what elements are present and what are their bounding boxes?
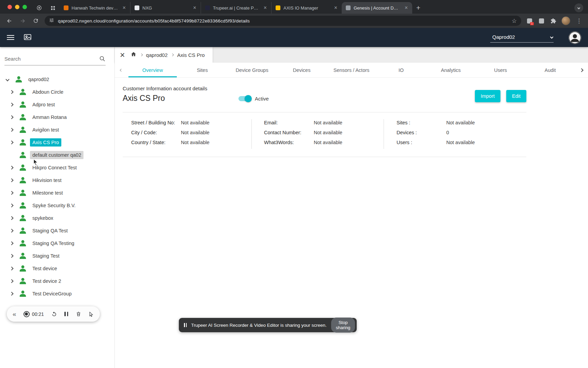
tab-sensors-actors[interactable]: Sensors / Actors [327, 63, 376, 77]
chevron-right-icon[interactable] [10, 191, 13, 195]
tree-item-spykebox[interactable]: spykebox [0, 212, 114, 224]
tab-io[interactable]: IO [376, 63, 426, 77]
address-bar[interactable]: qaprod02.nxgen.cloud/configuration/accou… [45, 16, 521, 26]
record-indicator-icon[interactable] [24, 311, 30, 317]
tree-item-default-customer-qa02[interactable]: default customer qa02 [0, 149, 114, 161]
window-close-button[interactable] [7, 5, 12, 9]
reload-button[interactable] [31, 16, 40, 25]
pinned-tab-grid-icon[interactable] [46, 2, 60, 14]
tree-item-staging-qa-test[interactable]: Staging QA Test [0, 224, 114, 237]
chevron-left-icon [120, 68, 123, 71]
search-input[interactable] [4, 56, 96, 62]
chevron-right-icon[interactable] [10, 178, 13, 182]
back-button[interactable] [5, 16, 14, 25]
app-logo-icon[interactable] [23, 33, 32, 42]
tab-close-icon[interactable]: × [403, 5, 409, 11]
chevron-right-icon[interactable] [10, 241, 13, 245]
tree-item-amman-rotana[interactable]: Amman Rotana [0, 111, 114, 123]
tree-item-staging-qa-testing[interactable]: Staging QA Testing [0, 237, 114, 249]
tab-overview[interactable]: Overview [128, 63, 177, 77]
chevron-right-icon[interactable] [10, 166, 13, 169]
site-settings-icon[interactable] [49, 18, 54, 24]
tab-analytics[interactable]: Analytics [426, 63, 476, 77]
account-selector[interactable]: Qaprod02 [490, 33, 554, 43]
tab-overflow-button[interactable] [574, 3, 583, 12]
active-toggle[interactable]: Active [238, 96, 269, 102]
extension-icon-badged[interactable]: 1 [526, 17, 533, 25]
bookmark-star-icon[interactable]: ☆ [512, 17, 517, 25]
extension-badge: 1 [530, 22, 534, 25]
forward-button[interactable] [18, 16, 27, 25]
search-field[interactable] [4, 55, 106, 65]
new-tab-button[interactable]: + [412, 2, 424, 14]
menu-icon[interactable] [7, 35, 14, 40]
home-icon[interactable] [130, 51, 137, 59]
tab-close-icon[interactable]: × [121, 5, 127, 11]
pinned-tab-record-icon[interactable] [32, 2, 46, 14]
user-avatar[interactable] [569, 31, 581, 44]
tree-item-qaprod02[interactable]: qaprod02 [0, 73, 114, 86]
tab-close-icon[interactable]: × [333, 5, 339, 11]
tree-item-staging-test[interactable]: Staging Test [0, 249, 114, 262]
browser-tab-trupeer-ai-create-product-v[interactable]: Trupeer.ai | Create Product V× [201, 2, 271, 14]
chevron-right-icon[interactable] [10, 292, 13, 295]
chevron-right-icon[interactable] [10, 90, 13, 94]
tab-close-icon[interactable]: × [262, 5, 268, 11]
extensions-puzzle-icon[interactable] [550, 17, 557, 25]
tree-item-abdoun-circle[interactable]: Abdoun Circle [0, 86, 114, 98]
chevron-right-icon[interactable] [10, 140, 13, 144]
window-zoom-button[interactable] [22, 5, 27, 9]
restart-recording-icon[interactable] [51, 311, 57, 317]
breadcrumb-item-account[interactable]: qaprod02 [146, 52, 168, 58]
browser-tab-nxg[interactable]: NXG× [130, 2, 201, 14]
browser-menu-icon[interactable]: ⋮ [575, 17, 583, 25]
chevron-right-icon[interactable] [10, 266, 13, 270]
chevron-right-icon[interactable] [10, 103, 13, 106]
chevron-right-icon[interactable] [10, 203, 13, 207]
browser-profile-avatar[interactable] [561, 16, 570, 25]
tab-close-icon[interactable]: × [192, 5, 198, 11]
hide-banner-link[interactable]: Hide [361, 323, 370, 328]
close-panel-button[interactable]: × [120, 51, 125, 59]
chevron-right-icon[interactable] [10, 279, 13, 283]
tree-item-test-device[interactable]: Test device [0, 262, 114, 275]
edit-button[interactable]: Edit [506, 90, 526, 102]
tree-item-axis-cs-pro[interactable]: Axis CS Pro [0, 136, 114, 149]
collapse-recorder-button[interactable]: « [13, 311, 16, 317]
tree-item-hikvision-test[interactable]: Hikvision test [0, 174, 114, 186]
delete-recording-icon[interactable] [76, 311, 81, 317]
tree-item-spyke-security-b-v[interactable]: Spyke Security B.V. [0, 199, 114, 212]
chevron-down-icon[interactable] [5, 77, 9, 81]
browser-tab-hanwah-techwin-device-api[interactable]: Hanwah Techwin device API× [60, 2, 130, 14]
pause-recording-icon[interactable] [64, 312, 68, 316]
field-row-sites: Sites :Not available [397, 119, 526, 126]
tree-item-milestone-test[interactable]: Milestone test [0, 186, 114, 199]
tabs-scroll-right-button[interactable] [575, 63, 588, 77]
tabs-scroll-left-button[interactable] [115, 63, 128, 77]
chevron-right-icon[interactable] [10, 229, 13, 232]
tree-item-avigilon-test[interactable]: Avigilon test [0, 123, 114, 136]
cursor-tool-icon[interactable] [89, 311, 94, 317]
stop-sharing-button[interactable]: Stop sharing [331, 318, 355, 333]
tab-devices[interactable]: Devices [277, 63, 327, 77]
extension-icon[interactable] [538, 17, 545, 25]
browser-tab-genesis-account-details[interactable]: Genesis | Account Details× [342, 2, 412, 14]
chevron-right-icon[interactable] [10, 115, 13, 119]
tree-item-test-device-2[interactable]: Test device 2 [0, 275, 114, 287]
tab-device-groups[interactable]: Device Groups [227, 63, 277, 77]
tree-item-label: Avigilon test [30, 126, 61, 134]
chevron-right-icon[interactable] [10, 128, 13, 132]
browser-tab-axis-io-manager[interactable]: AXIS IO Manager× [271, 2, 342, 14]
tree-item-test-devicegroup[interactable]: Test DeviceGroup [0, 287, 114, 300]
tab-users[interactable]: Users [476, 63, 525, 77]
toggle-track[interactable] [238, 96, 251, 101]
breadcrumb-item-current[interactable]: Axis CS Pro [177, 52, 205, 58]
tab-audit[interactable]: Audit [525, 63, 575, 77]
chevron-right-icon[interactable] [10, 216, 13, 220]
import-button[interactable]: Import [475, 90, 500, 102]
chevron-right-icon[interactable] [10, 254, 13, 258]
tab-sites[interactable]: Sites [177, 63, 227, 77]
tree-item-adpro-test[interactable]: Adpro test [0, 98, 114, 111]
tree-item-hikpro-connect-test[interactable]: Hikpro Connect Test [0, 161, 114, 174]
window-minimize-button[interactable] [15, 5, 19, 9]
